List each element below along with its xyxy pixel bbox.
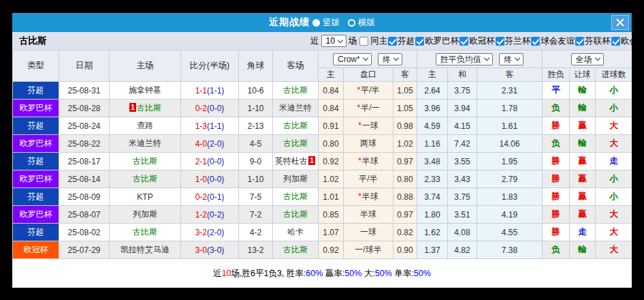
header-corner: 角球	[239, 50, 273, 82]
handicap-cell: 半球	[344, 206, 393, 224]
avg-odds-select[interactable]: 胜平负均值	[436, 53, 493, 65]
avg-win-cell: 1.16	[417, 135, 448, 153]
match-row: 欧罗巴杯25-08-281古比斯0-2(0-0)1-10米迪兰特0.84*半/一…	[13, 100, 632, 117]
same-home-checkbox[interactable]	[359, 37, 368, 46]
away-team-cell: 古比斯	[273, 241, 319, 259]
radio-selected-icon[interactable]	[312, 19, 320, 27]
away-team-cell: 古比斯	[273, 117, 319, 135]
odds-away-cell: 1.05	[393, 100, 417, 117]
avg-draw-cell: 3.75	[448, 82, 477, 100]
checkbox-checked-icon[interactable]	[611, 37, 620, 46]
league-checkbox-item[interactable]: 芬超	[388, 35, 415, 47]
result-cell: 负	[543, 135, 570, 153]
chevron-down-icon	[515, 55, 520, 61]
home-team-cell: 古比斯	[110, 170, 181, 188]
league-checkbox-item[interactable]: 欧会杯	[611, 35, 632, 47]
result-cell: 负	[543, 100, 570, 117]
checkbox-checked-icon[interactable]	[575, 37, 584, 46]
league-checkbox-item[interactable]: 欧冠杯	[460, 35, 495, 47]
subheader-handicap-result: 让球	[570, 68, 596, 82]
league-checkbox-label[interactable]: 芬联杯	[585, 35, 611, 47]
close-icon	[616, 18, 624, 27]
team-name-text: 列加斯	[133, 209, 157, 219]
bookmaker-select[interactable]: Crow*	[333, 53, 372, 65]
league-checkbox-item[interactable]: 欧罗巴杯	[415, 35, 459, 47]
radio-vertical-layout[interactable]: 竖版	[312, 17, 340, 29]
avg-lose-cell: 1.78	[477, 100, 543, 117]
radio-unselected-icon[interactable]	[348, 19, 355, 27]
team-name-text: 古比斯	[283, 138, 308, 148]
checkbox-checked-icon[interactable]	[415, 37, 424, 46]
avg-draw-cell: 3.94	[448, 100, 477, 117]
odds-away-cell: 0.97	[393, 153, 417, 170]
chevron-down-icon	[484, 55, 489, 61]
radio-horizontal-label[interactable]: 横版	[358, 17, 375, 29]
handicap-result-cell: 輸	[570, 82, 596, 100]
league-checkbox-label[interactable]: 欧冠杯	[469, 35, 495, 47]
score-cell: 1-2(0-2)	[181, 206, 239, 224]
date-cell: 25-07-29	[59, 241, 110, 259]
same-home-label[interactable]: 同主	[370, 35, 387, 47]
league-checkbox-label[interactable]: 欧罗巴杯	[425, 35, 459, 47]
team-name-text: 古比斯	[283, 209, 308, 219]
fulltime-select[interactable]: 全场	[571, 53, 604, 65]
result-cell: 勝	[543, 206, 570, 224]
avg-win-cell: 1.62	[417, 224, 448, 241]
score-cell: 4-0(2-0)	[181, 135, 239, 153]
league-checkbox-item[interactable]: 球会友谊	[531, 35, 575, 47]
odds-away-cell: 0.90	[393, 241, 417, 259]
avg-lose-cell: 7.38	[477, 241, 543, 259]
checkbox-checked-icon[interactable]	[496, 37, 504, 46]
goals-result-cell: 小	[596, 170, 632, 188]
league-checkbox-item[interactable]: 芬联杯	[575, 35, 611, 47]
checkbox-checked-icon[interactable]	[460, 37, 468, 46]
league-type-cell: 欧罗巴杯	[13, 100, 59, 117]
filter-controls: 近 10 场 同主 芬超欧罗巴杯欧冠杯芬兰杯球会友谊芬联杯欧会杯	[310, 35, 632, 47]
radio-horizontal-layout[interactable]: 横版	[348, 17, 375, 29]
odds-home-cell: 0.84	[319, 100, 344, 117]
league-checkbox-item[interactable]: 芬兰杯	[496, 35, 531, 47]
handicap-time-select[interactable]: 终	[378, 53, 402, 65]
team-name-text: 米迪兰特	[129, 138, 161, 148]
handicap-result-cell: 輸	[570, 241, 596, 259]
header-away: 客场	[273, 50, 319, 82]
avg-lose-cell: 4.55	[477, 224, 543, 241]
same-home-checkbox-item[interactable]: 同主	[359, 35, 387, 47]
avg-lose-cell: 14.06	[477, 135, 543, 153]
league-checkbox-label[interactable]: 芬超	[398, 35, 415, 47]
match-count-select[interactable]: 10	[321, 35, 347, 47]
league-type-cell: 欧冠杯	[13, 241, 59, 259]
header-home: 主场	[110, 50, 181, 82]
close-button[interactable]	[611, 15, 629, 30]
avg-win-cell: 2.64	[417, 82, 448, 100]
subheader-result: 胜负	[543, 68, 570, 82]
handicap-cell: 一球	[344, 224, 393, 241]
summary-segment: 50%	[414, 269, 431, 278]
avg-win-cell: 4.59	[417, 117, 448, 135]
league-checkbox-label[interactable]: 欧会杯	[621, 35, 632, 47]
league-checkbox-label[interactable]: 球会友谊	[541, 35, 575, 47]
checkbox-checked-icon[interactable]	[388, 37, 397, 46]
summary-segment: 50%	[344, 269, 361, 278]
handicap-result-cell: 贏	[570, 188, 596, 206]
red-card-badge: 1	[308, 156, 315, 165]
league-checkbox-label[interactable]: 芬兰杯	[505, 35, 531, 47]
result-cell: 勝	[543, 153, 570, 170]
away-team-cell: 英特杜古1	[273, 153, 319, 170]
avg-win-cell: 3.74	[417, 188, 448, 206]
subheader-handicap-line: 盘口	[344, 68, 393, 82]
odds-home-cell: 0.92	[319, 241, 344, 259]
date-cell: 25-08-07	[59, 206, 110, 224]
odds-home-cell: 0.84	[319, 82, 344, 100]
team-name-text: 查路	[137, 121, 153, 130]
avg-draw-cell: 4.15	[448, 117, 477, 135]
goals-result-cell: 大	[596, 135, 632, 153]
chevron-down-icon	[393, 55, 399, 61]
summary-segment: 单率:	[392, 269, 414, 278]
avg-time-select[interactable]: 终	[499, 53, 524, 65]
checkbox-checked-icon[interactable]	[531, 37, 540, 46]
goals-result-cell: 小	[596, 188, 632, 206]
radio-vertical-label[interactable]: 竖版	[323, 17, 340, 29]
odds-away-cell: 1.05	[393, 82, 417, 100]
handicap-result-cell: 贏	[570, 153, 596, 170]
